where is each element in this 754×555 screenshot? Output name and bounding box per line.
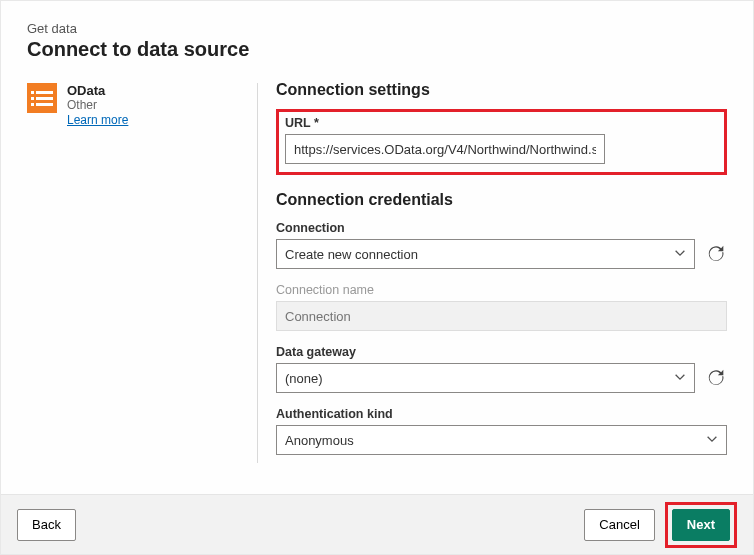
url-field-highlight: URL * <box>276 109 727 175</box>
data-gateway-label: Data gateway <box>276 345 727 359</box>
connector-summary: OData Other Learn more <box>27 79 257 469</box>
connection-name-input <box>276 301 727 331</box>
authentication-kind-label: Authentication kind <box>276 407 727 421</box>
learn-more-link[interactable]: Learn more <box>67 113 128 127</box>
connection-select[interactable]: Create new connection <box>276 239 695 269</box>
dialog-header: Get data Connect to data source <box>1 1 753 69</box>
connection-label: Connection <box>276 221 727 235</box>
next-button[interactable]: Next <box>672 509 730 541</box>
dialog-footer: Back Cancel Next <box>1 494 753 554</box>
header-title: Connect to data source <box>27 38 727 61</box>
connector-category: Other <box>67 98 128 112</box>
header-subtitle: Get data <box>27 21 727 36</box>
back-button[interactable]: Back <box>17 509 76 541</box>
refresh-gateway-icon[interactable] <box>705 367 727 389</box>
connection-name-label: Connection name <box>276 283 727 297</box>
authentication-kind-select[interactable]: Anonymous <box>276 425 727 455</box>
odata-connector-icon <box>27 83 57 113</box>
url-label: URL * <box>285 116 718 130</box>
cancel-button[interactable]: Cancel <box>584 509 654 541</box>
next-button-highlight: Next <box>665 502 737 548</box>
vertical-divider <box>257 83 258 463</box>
refresh-connection-icon[interactable] <box>705 243 727 265</box>
data-gateway-select[interactable]: (none) <box>276 363 695 393</box>
connector-name: OData <box>67 83 128 98</box>
url-input[interactable] <box>285 134 605 164</box>
connection-settings-heading: Connection settings <box>276 81 727 99</box>
connection-credentials-heading: Connection credentials <box>276 191 727 209</box>
